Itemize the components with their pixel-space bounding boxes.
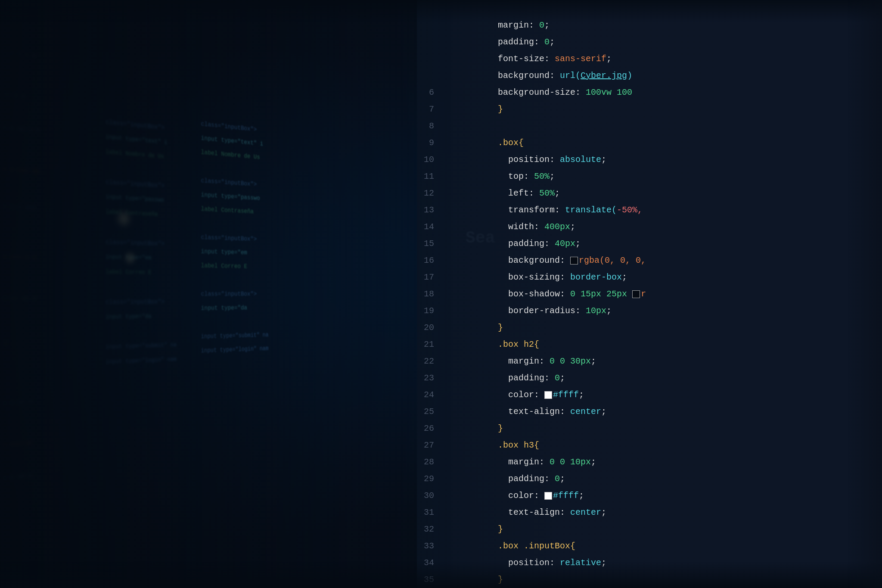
code-line-11: 11 left: 50%; — [417, 168, 882, 185]
code-line-top2: padding: 0; — [417, 17, 882, 34]
code-line-33: 33 position: relative; — [417, 538, 882, 554]
code-line-32: 32 .box .inputBox{ — [417, 521, 882, 538]
code-line-23: 23 color: #ffff; — [417, 370, 882, 386]
code-editor-panel: margin: 0; padding: 0; font-size: sans-s… — [417, 0, 882, 588]
code-line-34: 34 } — [417, 554, 882, 571]
screenshot-container: ● ● ● ● ● ●● ● ● ● ● ●● ● ● ● ● ●●● ●● ●… — [0, 0, 882, 588]
code-line-20: 20 .box h2{ — [417, 319, 882, 336]
code-line-19: 19 } — [417, 302, 882, 319]
code-line-17: 17 box-shadow: 0 15px 25px r — [417, 269, 882, 286]
code-line-9: 9 position: absolute; — [417, 134, 882, 151]
code-line-10: 10 top: 50%; — [417, 151, 882, 168]
code-line-18: 18 border-radius: 10px; — [417, 286, 882, 302]
blurred-col-c: class="inputBox"> input type="text" i la… — [199, 32, 299, 556]
code-line-8: 8 .box{ — [417, 118, 882, 134]
code-line-31: 31 } — [417, 504, 882, 521]
code-line-6: 6 } — [417, 84, 882, 101]
code-line-12: 12 transform: translate(-50%, — [417, 185, 882, 202]
blurred-code-background: ● ● ● ● ● ●● ● ● ● ● ●● ● ● ● ● ●●● ●● ●… — [0, 0, 342, 588]
code-line-top4: background: url(Cyber.jpg) — [417, 50, 882, 67]
code-line-35: 35 .box — [417, 571, 882, 588]
code-line-top3: font-size: sans-serif; — [417, 34, 882, 50]
code-line-21: 21 margin: 0 0 30px; — [417, 336, 882, 353]
code-content: margin: 0; padding: 0; font-size: sans-s… — [417, 0, 882, 588]
code-line-top1: margin: 0; — [417, 0, 882, 17]
code-line-13: 13 width: 400px; — [417, 202, 882, 218]
code-line-15: 15 background: rgba(0, 0, 0, — [417, 235, 882, 252]
code-line-22: 22 padding: 0; — [417, 353, 882, 370]
code-line-30: 30 text-align: center; — [417, 487, 882, 504]
code-line-26: 26 .box h3{ — [417, 420, 882, 437]
code-line-16: 16 box-sizing: border-box; — [417, 252, 882, 269]
code-line-25: 25 } — [417, 403, 882, 420]
code-line-27: 27 margin: 0 0 10px; — [417, 437, 882, 454]
blurred-col-b: class="inputBox"> input type="text" i la… — [103, 17, 209, 572]
code-line-28: 28 padding: 0; — [417, 454, 882, 470]
code-line-29: 29 color: #ffff; — [417, 470, 882, 487]
blurred-col-a: ● ● ● ● ● ●● ● ● ● ● ●● ● ● ● ● ●●● ●● ●… — [0, 0, 111, 588]
code-line-top5: background-size: 100vw 100 — [417, 67, 882, 84]
code-line-24: 24 text-align: center; — [417, 386, 882, 403]
code-line-14: 14 padding: 40px; — [417, 218, 882, 235]
